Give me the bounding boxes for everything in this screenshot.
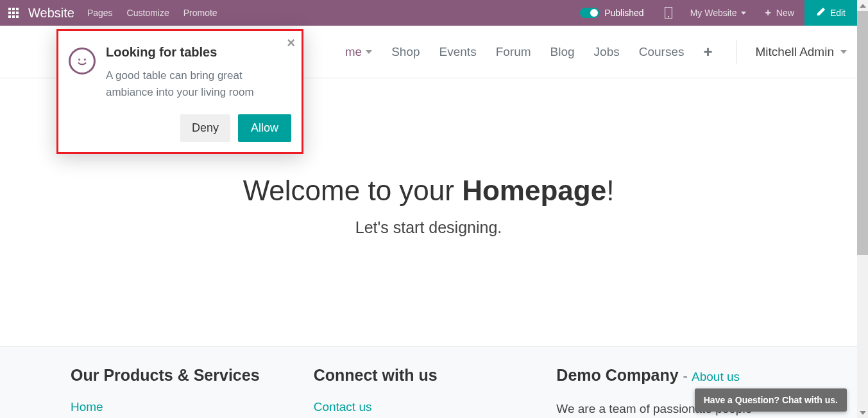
add-nav-item-button[interactable]: +: [703, 43, 712, 61]
smiley-icon: [69, 48, 96, 74]
popup-body: A good table can bring great ambiance in…: [106, 67, 291, 100]
hero-subtitle: Let's start designing.: [13, 218, 844, 237]
pencil-icon: [816, 8, 825, 19]
edit-button[interactable]: Edit: [804, 0, 857, 26]
mobile-preview-icon[interactable]: [656, 0, 681, 26]
footer-link-home[interactable]: Home: [71, 400, 103, 414]
chevron-down-icon: [366, 50, 372, 54]
admin-bar: Website Pages Customize Promote Publishe…: [0, 0, 857, 26]
user-menu-dropdown[interactable]: Mitchell Admin: [756, 45, 847, 59]
deny-button[interactable]: Deny: [180, 114, 230, 142]
close-icon[interactable]: ×: [287, 35, 295, 51]
admin-menu-pages[interactable]: Pages: [87, 8, 113, 18]
scroll-up-button[interactable]: [857, 0, 868, 11]
hero-title-strong: Homepage: [462, 175, 606, 206]
new-button[interactable]: + New: [755, 0, 804, 26]
nav-item-jobs[interactable]: Jobs: [594, 45, 620, 59]
chevron-down-icon: [840, 50, 847, 54]
nav-item-label: me: [345, 45, 362, 59]
nav-item-blog[interactable]: Blog: [550, 45, 575, 59]
plus-icon: +: [765, 8, 771, 18]
nav-item-courses[interactable]: Courses: [639, 45, 685, 59]
app-brand[interactable]: Website: [28, 6, 74, 21]
svg-point-3: [85, 59, 85, 60]
user-name: Mitchell Admin: [756, 45, 835, 59]
edit-button-label: Edit: [830, 8, 846, 18]
nav-item-events[interactable]: Events: [439, 45, 477, 59]
scroll-thumb[interactable]: [857, 11, 868, 255]
apps-menu-icon[interactable]: [4, 3, 23, 22]
popup-title: Looking for tables: [106, 45, 291, 60]
admin-menu-customize[interactable]: Customize: [127, 8, 169, 18]
livechat-button[interactable]: Have a Question? Chat with us.: [695, 388, 847, 412]
footer-dash: -: [683, 368, 692, 384]
hero-title-pre: Welcome to your: [243, 175, 463, 206]
scrollbar-track[interactable]: [857, 0, 868, 418]
footer-link-about[interactable]: About us: [692, 370, 740, 383]
admin-menu-promote[interactable]: Promote: [183, 8, 217, 18]
svg-point-1: [668, 16, 669, 17]
footer-company-name: Demo Company: [556, 366, 678, 384]
nav-item-shop[interactable]: Shop: [391, 45, 420, 59]
publish-label: Published: [604, 8, 644, 18]
chevron-down-icon: [741, 12, 746, 15]
new-button-label: New: [776, 8, 794, 18]
footer-heading-connect: Connect with us: [314, 366, 544, 385]
footer-col-products: Our Products & Services Home: [71, 366, 301, 418]
publish-toggle[interactable]: [580, 8, 599, 18]
footer-heading-products: Our Products & Services: [71, 366, 301, 385]
push-notification-popup: × Looking for tables A good table can br…: [56, 29, 303, 154]
footer-link-contact[interactable]: Contact us: [314, 400, 372, 414]
allow-button[interactable]: Allow: [238, 114, 291, 142]
nav-item-forum[interactable]: Forum: [496, 45, 531, 59]
hero-title: Welcome to your Homepage!: [13, 175, 844, 207]
website-selector-label: My Website: [690, 8, 737, 18]
hero-title-post: !: [606, 175, 614, 206]
nav-divider: [736, 40, 736, 64]
svg-point-2: [79, 59, 80, 60]
footer-heading-company: Demo Company - About us: [556, 366, 787, 385]
scroll-down-button[interactable]: [857, 407, 868, 418]
nav-item-home-partial[interactable]: me: [345, 45, 372, 59]
footer-col-connect: Connect with us Contact us +1 (650) 691-…: [314, 366, 544, 418]
website-selector-dropdown[interactable]: My Website: [681, 8, 755, 18]
